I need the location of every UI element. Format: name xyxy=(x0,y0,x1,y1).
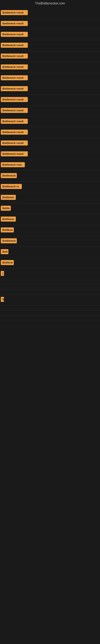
list-item: Bottleneck result xyxy=(0,18,100,30)
bottleneck-badge[interactable]: Bottleneck result xyxy=(1,32,28,37)
list-item: Bottleneck result xyxy=(0,127,100,138)
list-item: Bottleneck result xyxy=(0,62,100,73)
list-item: Bottleneck result xyxy=(0,116,100,127)
bottleneck-badge[interactable]: Bottleneck xyxy=(1,238,17,243)
list-item: Bottleneck result xyxy=(0,149,100,160)
bottleneck-badge[interactable]: Bottleneck result xyxy=(1,151,28,156)
list-item: Bottlenec xyxy=(0,214,100,225)
items-container: Bottleneck resultBottleneck resultBottle… xyxy=(0,7,100,326)
bottleneck-badge[interactable]: Bottleneck resu xyxy=(1,162,25,167)
list-item: Bottleneck resu xyxy=(0,160,100,171)
list-item: Bottleneck result xyxy=(0,40,100,51)
list-item: Bottleneck result xyxy=(0,30,100,40)
bottleneck-badge[interactable]: Bottleneck result xyxy=(1,43,28,48)
bottleneck-badge[interactable]: | xyxy=(1,271,4,276)
list-item xyxy=(0,305,100,310)
list-item xyxy=(0,284,100,290)
list-item: Bottlene xyxy=(0,258,100,268)
bottleneck-badge[interactable]: Bottleneck result xyxy=(1,97,28,102)
bottleneck-badge[interactable]: Bottlenec xyxy=(1,216,16,222)
list-item: Bottleneck result xyxy=(0,84,100,94)
list-item xyxy=(0,310,100,315)
bottleneck-badge[interactable]: Bottleneck result xyxy=(1,64,28,70)
bottleneck-badge[interactable]: Bottleneck result xyxy=(1,54,28,58)
list-item: | xyxy=(0,268,100,279)
bottleneck-badge[interactable]: Bottleneck result xyxy=(1,86,28,91)
list-item: Bott xyxy=(0,247,100,258)
bottleneck-badge[interactable]: Bottleneck xyxy=(1,173,17,178)
bottleneck-badge[interactable]: Bottleneck re xyxy=(1,184,22,189)
list-item: Bottleneck xyxy=(0,236,100,247)
bottleneck-badge[interactable]: Bottleneck result xyxy=(1,10,28,15)
bottleneck-badge[interactable]: Bottleneck result xyxy=(1,21,28,26)
bottleneck-badge[interactable]: Bottlene xyxy=(1,260,14,265)
bottleneck-badge[interactable]: Bottleneck result xyxy=(1,130,28,135)
bottleneck-badge[interactable]: B xyxy=(1,297,4,302)
list-item: Bottle xyxy=(0,203,100,214)
bottleneck-badge[interactable]: Bott xyxy=(1,249,8,254)
list-item xyxy=(0,279,100,284)
bottleneck-badge[interactable]: Bottleneck result xyxy=(1,75,28,80)
list-item: B xyxy=(0,294,100,305)
list-item: Bottleneck xyxy=(0,171,100,182)
list-item: Bottleneck result xyxy=(0,73,100,84)
list-item: Bottleneck result xyxy=(0,138,100,149)
list-item: Bottleneck result xyxy=(0,94,100,106)
site-title: TheBottlenecker.com xyxy=(0,0,100,7)
list-item xyxy=(0,315,100,320)
list-item: Bottleneck result xyxy=(0,51,100,62)
bottleneck-badge[interactable]: Bottlene xyxy=(1,228,14,232)
list-item: Bottleneck re xyxy=(0,182,100,192)
bottleneck-badge[interactable]: Bottlenec xyxy=(1,195,16,200)
bottleneck-badge[interactable]: Bottle xyxy=(1,206,11,211)
list-item: Bottlene xyxy=(0,225,100,236)
bottleneck-badge[interactable]: Bottleneck result xyxy=(1,119,28,124)
list-item: Bottleneck result xyxy=(0,106,100,116)
list-item: Bottlenec xyxy=(0,192,100,203)
list-item xyxy=(0,320,100,326)
list-item xyxy=(0,290,100,294)
bottleneck-badge[interactable]: Bottleneck result xyxy=(1,140,28,146)
bottleneck-badge[interactable]: Bottleneck result xyxy=(1,108,28,113)
list-item: Bottleneck result xyxy=(0,8,100,18)
